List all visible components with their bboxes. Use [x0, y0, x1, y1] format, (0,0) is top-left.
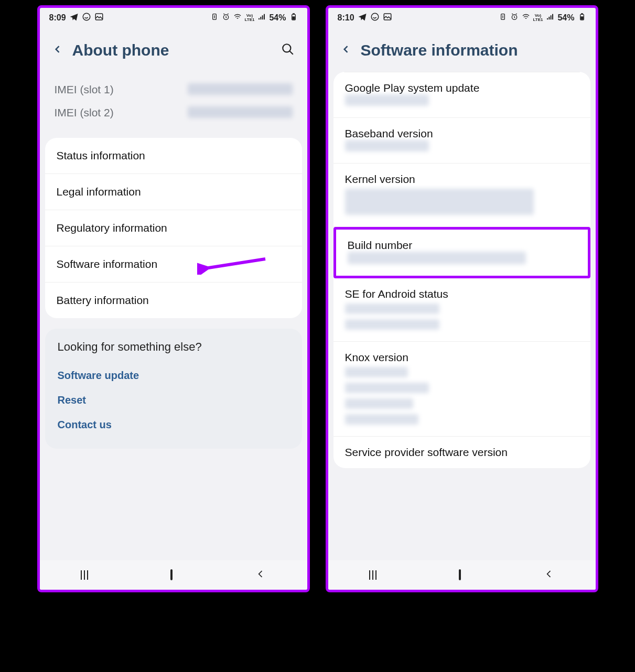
row-value-blurred	[345, 398, 413, 409]
contact-us-link[interactable]: Contact us	[58, 413, 289, 437]
telegram-icon	[69, 12, 79, 24]
gallery-icon	[383, 12, 392, 24]
wifi-icon	[522, 13, 530, 23]
back-icon[interactable]	[52, 44, 63, 57]
phone-left: 8:09 Vo)LTE1 54% About phone	[37, 5, 310, 592]
back-icon[interactable]	[341, 44, 351, 57]
status-information-row[interactable]: Status information	[45, 138, 302, 174]
software-update-link[interactable]: Software update	[58, 363, 289, 388]
svg-rect-6	[293, 14, 294, 14]
volte-icon: Vo)LTE1	[245, 14, 255, 22]
telegram-icon	[358, 12, 367, 24]
row-label: Service provider software version	[345, 446, 579, 459]
row-label: Google Play system update	[345, 82, 579, 94]
imei-slot1-row[interactable]: IMEI (slot 1)	[55, 78, 293, 101]
row-value-blurred	[345, 319, 439, 330]
imei-slot1-label: IMEI (slot 1)	[55, 83, 114, 96]
row-label: Baseband version	[345, 127, 579, 140]
row-label: Legal information	[57, 186, 141, 198]
build-number-row[interactable]: Build number	[333, 227, 590, 278]
row-value-blurred	[345, 94, 429, 106]
alarm-icon	[510, 13, 519, 23]
google-play-system-update-row[interactable]: Google Play system update	[333, 72, 590, 118]
baseband-version-row[interactable]: Baseband version	[333, 118, 590, 164]
row-label: SE for Android status	[345, 288, 579, 300]
about-phone-card: Status information Legal information Reg…	[45, 138, 302, 318]
suggest-heading: Looking for something else?	[58, 340, 289, 354]
annotation-arrow-icon	[197, 254, 271, 275]
battery-saver-icon	[210, 13, 219, 23]
battery-saver-icon	[499, 13, 507, 23]
reset-link[interactable]: Reset	[58, 388, 289, 413]
nav-bar	[328, 560, 596, 590]
svg-line-8	[205, 259, 265, 268]
search-icon[interactable]	[281, 42, 295, 58]
svg-point-7	[283, 44, 290, 52]
whatsapp-icon	[82, 12, 91, 24]
row-label: Kernel version	[345, 173, 579, 186]
row-label: Battery information	[57, 294, 149, 306]
gallery-icon	[94, 12, 104, 24]
nav-bar	[40, 560, 307, 590]
legal-information-row[interactable]: Legal information	[45, 174, 302, 210]
row-value-blurred	[345, 383, 429, 393]
row-value-blurred	[345, 140, 429, 151]
clock-text: 8:09	[49, 13, 66, 23]
row-value-blurred	[348, 252, 526, 264]
alarm-icon	[222, 13, 230, 23]
se-for-android-status-row[interactable]: SE for Android status	[333, 278, 590, 342]
battery-text: 54%	[269, 13, 286, 23]
kernel-version-row[interactable]: Kernel version	[333, 164, 590, 227]
status-bar: 8:09 Vo)LTE1 54%	[40, 8, 307, 26]
phone-right: 8:10 Vo)LTE1 54% Software information Go…	[326, 5, 598, 592]
row-label: Software information	[57, 258, 158, 270]
page-title: Software information	[361, 41, 583, 59]
software-information-row[interactable]: Software information	[45, 246, 302, 283]
svg-rect-14	[581, 17, 583, 19]
home-icon[interactable]	[170, 570, 173, 580]
recent-apps-icon[interactable]	[369, 570, 376, 580]
suggestions-card: Looking for something else? Software upd…	[45, 329, 302, 449]
row-value-blurred	[345, 304, 439, 314]
software-info-card: Google Play system update Baseband versi…	[333, 72, 590, 468]
nav-back-icon[interactable]	[255, 569, 266, 581]
row-value-blurred	[345, 189, 534, 215]
battery-icon	[578, 13, 586, 23]
signal-icon	[546, 13, 554, 23]
imei-slot1-value-blurred	[188, 83, 293, 95]
row-label: Build number	[348, 239, 576, 252]
battery-icon	[289, 13, 298, 23]
row-label: Knox version	[345, 351, 579, 364]
row-label: Status information	[57, 149, 145, 161]
row-value-blurred	[345, 367, 408, 377]
row-label: Regulatory information	[57, 222, 167, 234]
volte-icon: Vo)LTE1	[533, 14, 543, 22]
regulatory-information-row[interactable]: Regulatory information	[45, 210, 302, 246]
svg-rect-5	[293, 17, 295, 19]
imei-section: IMEI (slot 1) IMEI (slot 2)	[40, 70, 307, 138]
header: About phone	[40, 26, 307, 70]
row-value-blurred	[345, 414, 418, 425]
page-title: About phone	[72, 41, 272, 59]
signal-icon	[257, 13, 266, 23]
clock-text: 8:10	[338, 13, 354, 23]
wifi-icon	[233, 13, 242, 23]
knox-version-row[interactable]: Knox version	[333, 342, 590, 437]
nav-back-icon[interactable]	[544, 569, 554, 581]
svg-point-9	[371, 13, 379, 20]
imei-slot2-row[interactable]: IMEI (slot 2)	[55, 101, 293, 124]
service-provider-software-version-row[interactable]: Service provider software version	[333, 437, 590, 468]
imei-slot2-value-blurred	[188, 106, 293, 118]
battery-text: 54%	[557, 13, 574, 23]
imei-slot2-label: IMEI (slot 2)	[55, 106, 114, 119]
home-icon[interactable]	[459, 570, 461, 580]
whatsapp-icon	[370, 12, 380, 24]
recent-apps-icon[interactable]	[81, 570, 88, 580]
battery-information-row[interactable]: Battery information	[45, 283, 302, 318]
svg-point-0	[83, 13, 90, 20]
svg-rect-15	[581, 14, 583, 14]
header: Software information	[328, 26, 596, 70]
status-bar: 8:10 Vo)LTE1 54%	[328, 8, 596, 26]
